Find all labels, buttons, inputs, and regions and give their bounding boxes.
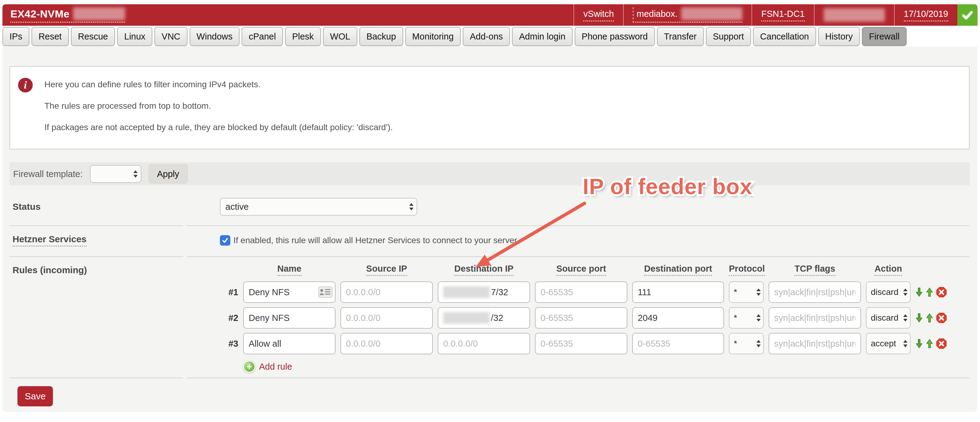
info-icon: i xyxy=(18,78,33,93)
action-select-value: accept xyxy=(871,339,896,348)
move-rule-down-button[interactable] xyxy=(915,313,923,323)
select-stepper-icon xyxy=(903,288,907,296)
move-rule-down-button[interactable] xyxy=(915,339,923,348)
delete-rule-button[interactable] xyxy=(936,313,947,323)
move-rule-down-button[interactable] xyxy=(915,287,923,297)
hetzner-services-row: Hetzner Services If enabled, this rule w… xyxy=(10,234,970,246)
tab-history[interactable]: History xyxy=(818,27,860,46)
action-select[interactable]: accept xyxy=(866,333,910,354)
server-title: EX42-NVMe xyxy=(10,8,70,20)
tab-phone-password[interactable]: Phone password xyxy=(575,27,655,46)
server-header-bar: EX42-NVMe vSwitchmediabox.FSN1-DC117/10/… xyxy=(2,4,978,26)
tab-linux[interactable]: Linux xyxy=(117,27,152,46)
rule-actions xyxy=(915,338,955,349)
move-rule-up-button[interactable] xyxy=(926,339,933,348)
tab-wol[interactable]: WOL xyxy=(323,27,357,46)
redacted-server-name xyxy=(73,7,125,20)
move-down-icon[interactable] xyxy=(915,287,923,297)
add-rule-label: Add rule xyxy=(259,362,292,372)
move-up-icon[interactable] xyxy=(926,287,933,297)
tab-transfer[interactable]: Transfer xyxy=(657,27,704,46)
delete-rule-icon[interactable] xyxy=(936,338,947,349)
delete-rule-icon[interactable] xyxy=(936,287,947,297)
tab-admin-login[interactable]: Admin login xyxy=(512,27,573,46)
status-row: Status active xyxy=(10,198,970,216)
header-item-label: FSN1-DC1 xyxy=(761,9,805,19)
status-select[interactable]: active xyxy=(220,198,417,216)
delete-rule-icon[interactable] xyxy=(936,313,947,323)
tab-monitoring[interactable]: Monitoring xyxy=(405,27,461,46)
rule-name-cell xyxy=(243,281,336,303)
destination-ip-input[interactable]: 7/32 xyxy=(438,281,530,303)
tab-cancellation[interactable]: Cancellation xyxy=(753,27,816,46)
move-down-icon[interactable] xyxy=(915,313,923,323)
tab-add-ons[interactable]: Add-ons xyxy=(463,27,510,46)
apply-button[interactable]: Apply xyxy=(149,165,188,184)
move-rule-up-button[interactable] xyxy=(926,313,933,323)
delete-rule-button[interactable] xyxy=(936,287,947,297)
tcp-flags-input[interactable] xyxy=(768,333,861,354)
tcp-flags-input[interactable] xyxy=(768,281,861,303)
move-rule-up-button[interactable] xyxy=(926,287,933,297)
destination-port-input[interactable] xyxy=(632,333,724,354)
source-ip-input[interactable] xyxy=(340,281,433,303)
tab-ips[interactable]: IPs xyxy=(2,27,29,46)
autofill-contact-icon[interactable] xyxy=(318,286,332,298)
move-down-icon[interactable] xyxy=(915,339,923,348)
header-item xyxy=(814,4,894,26)
source-ip-input[interactable] xyxy=(340,333,433,354)
source-ip-input[interactable] xyxy=(340,307,433,329)
header-item[interactable]: 17/10/2019 xyxy=(894,4,958,26)
header-item[interactable]: mediabox. xyxy=(623,4,751,26)
move-up-icon[interactable] xyxy=(926,313,933,323)
header-item-label: 17/10/2019 xyxy=(904,9,948,19)
tab-rescue[interactable]: Rescue xyxy=(71,27,115,46)
tab-backup[interactable]: Backup xyxy=(360,27,403,46)
protocol-select-value: * xyxy=(734,339,737,348)
destination-port-input[interactable] xyxy=(632,307,724,329)
destination-port-input[interactable] xyxy=(632,281,724,303)
select-stepper-icon xyxy=(409,203,414,210)
add-rule-button[interactable]: +Add rule xyxy=(243,360,955,373)
status-ok-badge xyxy=(958,4,978,26)
rule-index: #2 xyxy=(220,313,238,323)
column-header: Source port xyxy=(535,264,627,277)
delete-rule-button[interactable] xyxy=(936,338,947,349)
action-select-value: discard xyxy=(871,287,898,297)
tab-plesk[interactable]: Plesk xyxy=(285,27,321,46)
column-header: Action xyxy=(866,264,910,277)
tab-support[interactable]: Support xyxy=(706,27,751,46)
header-item[interactable]: FSN1-DC1 xyxy=(751,4,814,26)
protocol-select[interactable]: * xyxy=(729,281,764,303)
source-port-input[interactable] xyxy=(535,281,627,303)
tab-reset[interactable]: Reset xyxy=(32,27,69,46)
rule-name-input[interactable] xyxy=(243,333,336,354)
annotation-text: IP of feeder box xyxy=(583,174,752,199)
action-select[interactable]: discard xyxy=(866,281,910,303)
move-up-icon[interactable] xyxy=(926,339,933,348)
rules-label: Rules (incoming) xyxy=(13,265,87,275)
divider xyxy=(10,377,970,378)
protocol-select[interactable]: * xyxy=(729,333,764,354)
protocol-select[interactable]: * xyxy=(729,307,764,329)
firewall-template-select[interactable] xyxy=(90,165,141,183)
source-port-input[interactable] xyxy=(535,333,627,354)
action-select[interactable]: discard xyxy=(866,307,910,329)
tcp-flags-input[interactable] xyxy=(768,307,861,329)
tab-vnc[interactable]: VNC xyxy=(154,27,187,46)
tab-cpanel[interactable]: cPanel xyxy=(242,27,283,46)
rule-name-input[interactable] xyxy=(243,307,336,329)
redacted-ip xyxy=(443,312,490,324)
hetzner-services-checkbox[interactable] xyxy=(220,235,230,246)
destination-ip-input[interactable]: /32 xyxy=(438,307,530,329)
divider xyxy=(10,256,970,257)
destination-ip-input[interactable] xyxy=(438,333,530,354)
tab-windows[interactable]: Windows xyxy=(189,27,240,46)
header-item[interactable]: vSwitch xyxy=(573,4,623,26)
tab-firewall[interactable]: Firewall xyxy=(862,27,907,46)
info-line: Here you can define rules to filter inco… xyxy=(45,80,960,90)
header-items: vSwitchmediabox.FSN1-DC117/10/2019 xyxy=(573,4,958,26)
rule-index: #1 xyxy=(220,287,238,297)
save-button[interactable]: Save xyxy=(18,386,53,406)
source-port-input[interactable] xyxy=(535,307,627,329)
